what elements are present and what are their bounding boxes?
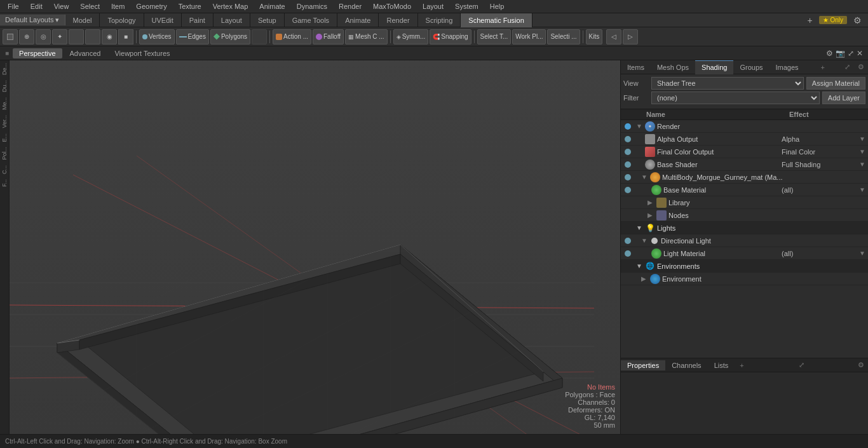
tree-arrow-environments[interactable]: ▼ (636, 262, 645, 269)
toolbar-selection[interactable]: Selecti ... (547, 29, 580, 44)
tree-vis-color[interactable] (622, 146, 634, 158)
toolbar-dot[interactable] (3, 29, 18, 44)
menu-dynamics[interactable]: Dynamics (292, 1, 332, 11)
tab-uvedit[interactable]: UVEdit (144, 13, 182, 27)
tree-vis-dir-light[interactable] (622, 235, 634, 247)
tab-game-tools[interactable]: Game Tools (285, 13, 338, 27)
tab-setup[interactable]: Setup (250, 13, 285, 27)
prop-settings-icon[interactable]: ⚙ (854, 361, 868, 369)
menu-geometry[interactable]: Geometry (131, 1, 172, 11)
tab-animate[interactable]: Animate (337, 13, 379, 27)
tree-arrow-environment[interactable]: ▶ (641, 275, 650, 282)
tree-vis-base-mat[interactable] (622, 184, 634, 196)
tree-arrow-library[interactable]: ▶ (648, 199, 656, 206)
add-layout-button[interactable]: + (803, 14, 816, 27)
tree-dropdown-shader[interactable]: ▼ (858, 161, 867, 168)
menu-edit[interactable]: Edit (25, 1, 48, 11)
toolbar-polygons[interactable]: Polygons (210, 29, 250, 44)
only-badge[interactable]: ★ Only (819, 16, 847, 24)
toolbar-work-plane[interactable]: Work Pl... (512, 29, 546, 44)
tab-topology[interactable]: Topology (100, 13, 144, 27)
tree-vis-shader[interactable] (622, 159, 634, 170)
viewport-expand-icon[interactable]: ⤢ (848, 49, 854, 58)
panel-tab-groups[interactable]: Groups (733, 60, 769, 74)
tab-model[interactable]: Model (65, 13, 100, 27)
toolbar-rect[interactable]: ■ (118, 29, 133, 44)
panel-tab-mesh-ops[interactable]: Mesh Ops (651, 60, 695, 74)
toolbar-rotate[interactable]: ◉ (102, 29, 117, 44)
tab-layout[interactable]: Layout (214, 13, 250, 27)
filter-select[interactable]: (none) (651, 92, 820, 104)
tab-schematic-fusion[interactable]: Schematic Fusion (461, 13, 532, 27)
viewport-settings-icon[interactable]: ⚙ (826, 49, 833, 58)
menu-layout[interactable]: Layout (417, 1, 449, 11)
add-layer-button[interactable]: Add Layer (822, 92, 865, 104)
panel-tab-shading[interactable]: Shading (695, 60, 733, 74)
toolbar-lasso[interactable]: ◎ (36, 29, 51, 44)
tab-scripting[interactable]: Scripting (418, 13, 461, 27)
menu-animate[interactable]: Animate (254, 1, 290, 11)
viewport-tab-advanced[interactable]: Advanced (64, 48, 107, 58)
tree-vis-multi[interactable] (622, 172, 634, 183)
prop-tab-channels[interactable]: Channels (665, 360, 707, 370)
tree-dropdown-light-mat[interactable]: ▼ (858, 250, 867, 257)
tree-arrow-lights[interactable]: ▼ (636, 224, 645, 231)
panel-settings-icon[interactable]: ⚙ (854, 63, 868, 71)
tree-dropdown-base-mat[interactable]: ▼ (858, 186, 867, 193)
panel-expand-icon[interactable]: ⤢ (841, 63, 854, 71)
menu-render[interactable]: Render (334, 1, 367, 11)
toolbar-vertices[interactable]: Vertices (139, 29, 175, 44)
tree-arrow-multi[interactable]: ▼ (641, 173, 650, 180)
menu-view[interactable]: View (49, 1, 74, 11)
sidebar-label-ver[interactable]: Ver... (1, 115, 8, 128)
viewport-camera-icon[interactable]: 📷 (836, 49, 845, 58)
panel-tab-images[interactable]: Images (770, 60, 805, 74)
tree-arrow-dir-light[interactable]: ▼ (641, 237, 650, 244)
toolbar-kits[interactable]: Kits (586, 29, 603, 44)
settings-button[interactable]: ⚙ (850, 14, 865, 27)
tree-dropdown-alpha[interactable]: ▼ (858, 135, 867, 142)
sidebar-label-du[interactable]: Du... (1, 80, 8, 92)
tree-vis-light-mat[interactable] (622, 248, 634, 259)
viewport-tab-perspective[interactable]: Perspective (13, 48, 62, 58)
sidebar-label-e[interactable]: E... (1, 133, 8, 142)
toolbar-transform[interactable] (69, 29, 84, 44)
toolbar-globe[interactable]: ⊕ (19, 29, 34, 44)
menu-vertex-map[interactable]: Vertex Map (208, 1, 254, 11)
toolbar-nav-prev[interactable]: ◁ (606, 29, 621, 44)
tree-dropdown-color[interactable]: ▼ (858, 148, 867, 155)
sidebar-label-c[interactable]: C... (1, 165, 8, 174)
toolbar-symmetry[interactable]: ◈ Symm... (393, 29, 429, 44)
tree-arrow-render[interactable]: ▼ (636, 123, 645, 130)
menu-item[interactable]: Item (106, 1, 130, 11)
default-layouts-dropdown[interactable]: Default Layouts ▾ (0, 15, 65, 25)
menu-maxtomodo[interactable]: MaxToModo (368, 1, 416, 11)
viewport-close-icon[interactable]: ✕ (857, 49, 863, 58)
sidebar-label-me[interactable]: Me... (1, 97, 8, 110)
toolbar-edges[interactable]: Edges (176, 29, 209, 44)
add-prop-tab-button[interactable]: + (735, 362, 749, 369)
3d-viewport[interactable]: X Y Z No Items Polygons : Face Channels:… (10, 60, 620, 434)
menu-texture[interactable]: Texture (173, 1, 207, 11)
toolbar-mesh[interactable]: ▦ Mesh C ... (345, 29, 388, 44)
menu-select[interactable]: Select (75, 1, 105, 11)
tree-arrow-nodes[interactable]: ▶ (648, 212, 656, 219)
toolbar-snapping[interactable]: 🧲 Snapping (430, 29, 471, 44)
prop-tab-properties[interactable]: Properties (621, 360, 665, 370)
toolbar-action[interactable]: Action ... (273, 29, 311, 44)
viewport-tab-textures[interactable]: Viewport Textures (108, 48, 176, 58)
toolbar-nav-next[interactable]: ▷ (623, 29, 638, 44)
prop-expand-icon[interactable]: ⤢ (795, 361, 808, 369)
assign-material-button[interactable]: Assign Material (806, 77, 865, 90)
menu-help[interactable]: Help (485, 1, 510, 11)
tree-vis-alpha[interactable] (622, 133, 634, 145)
toolbar-mesh-item[interactable] (252, 29, 267, 44)
sidebar-label-de[interactable]: De... (1, 63, 8, 75)
sidebar-label-f[interactable]: F... (1, 179, 8, 187)
tree-vis-render[interactable] (622, 121, 634, 132)
menu-file[interactable]: File (3, 1, 24, 11)
toolbar-move[interactable]: ✦ (52, 29, 67, 44)
tab-paint[interactable]: Paint (182, 13, 214, 27)
menu-system[interactable]: System (450, 1, 484, 11)
toolbar-scale[interactable] (85, 29, 100, 44)
